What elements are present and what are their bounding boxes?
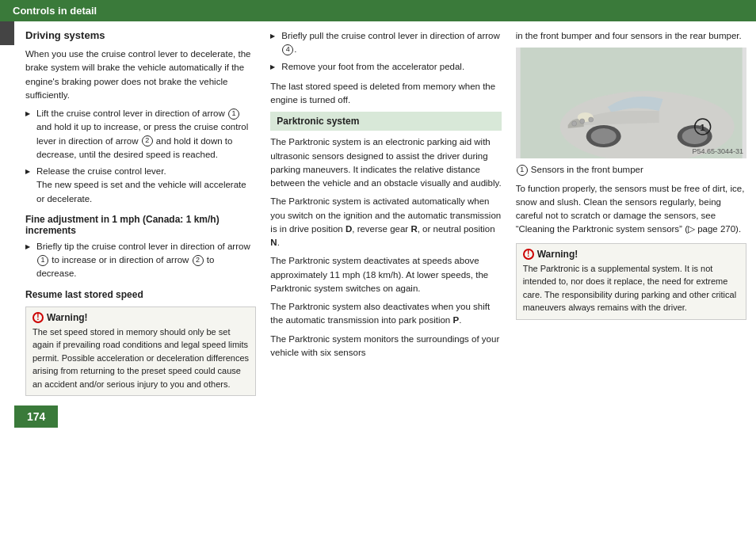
section-title: Driving systems xyxy=(25,29,256,43)
bullet-item-1: Lift the cruise control lever in directi… xyxy=(25,107,256,162)
svg-text:1: 1 xyxy=(700,123,704,132)
circle-3: 1 xyxy=(37,255,48,266)
page-number: 174 xyxy=(14,405,58,428)
intro-text: When you use the cruise control lever to… xyxy=(25,48,256,102)
parktronic-body3: The Parktronic system deactivates at spe… xyxy=(270,254,501,295)
svg-point-9 xyxy=(588,117,593,122)
warning-text-left: The set speed stored in memory should on… xyxy=(32,326,249,391)
parktronic-body4: The Parktronic system also deactivates w… xyxy=(270,300,501,328)
left-marker xyxy=(0,21,14,45)
middle-column: Briefly pull the cruise control lever in… xyxy=(270,29,501,399)
image-caption: P54.65-3044-31 xyxy=(692,147,743,155)
warning-box-left: ! Warning! The set speed stored in memor… xyxy=(25,306,256,397)
warning-box-right: ! Warning! The Parktronic is a supplemen… xyxy=(516,243,746,320)
cleaning-text: To function properly, the sensors must b… xyxy=(516,182,746,237)
svg-point-4 xyxy=(590,128,616,144)
parktronic-body2: The Parktronic system is activated autom… xyxy=(270,195,501,249)
middle-bullet-1: Briefly pull the cruise control lever in… xyxy=(270,29,501,57)
right-column: in the front bumper and four sensors in … xyxy=(516,29,746,399)
warning-title-right: ! Warning! xyxy=(523,249,739,260)
circle-1: 1 xyxy=(228,109,239,120)
circle-2: 2 xyxy=(142,135,153,147)
right-body-top: in the front bumper and four sensors in … xyxy=(516,29,746,43)
bullet-item-2: Release the cruise control lever.The new… xyxy=(25,165,256,206)
deleted-text: The last stored speed is deleted from me… xyxy=(270,80,501,108)
car-image: 1 P54.65-3044-31 xyxy=(516,48,746,158)
circle-4: 2 xyxy=(193,255,204,266)
warning-icon-left: ! xyxy=(32,312,44,323)
warning-icon-right: ! xyxy=(523,249,534,260)
warning-title-left: ! Warning! xyxy=(32,312,249,323)
parktronic-title: Parktronic system xyxy=(277,116,359,127)
fine-adjustment-title: Fine adjustment in 1 mph (Canada: 1 km/h… xyxy=(25,214,256,236)
sensor-circle: 1 xyxy=(517,165,528,176)
parktronic-body1: The Parktronic system is an electronic p… xyxy=(270,135,501,190)
sensor-label: 1 Sensors in the front bumper xyxy=(516,163,746,177)
parktronic-header: Parktronic system xyxy=(270,112,501,131)
resume-title: Resume last stored speed xyxy=(25,289,256,300)
main-bullets: Lift the cruise control lever in directi… xyxy=(25,107,256,206)
circle-5: 4 xyxy=(282,44,293,55)
footer-wrapper: 174 xyxy=(14,402,756,428)
fine-adjustment-bullets: Briefly tip the cruise control lever in … xyxy=(25,240,256,281)
warning-text-right: The Parktronic is a supplemental system.… xyxy=(523,262,739,314)
svg-point-8 xyxy=(579,119,584,124)
car-svg: 1 xyxy=(516,48,746,158)
header-title: Controls in detail xyxy=(13,5,97,17)
middle-bullet-2: Remove your foot from the accelerator pe… xyxy=(270,60,501,74)
parktronic-body5: The Parktronic system monitors the surro… xyxy=(270,333,501,360)
fine-bullet-1: Briefly tip the cruise control lever in … xyxy=(25,240,256,281)
left-column: Driving systems When you use the cruise … xyxy=(25,29,256,399)
header-bar: Controls in detail xyxy=(0,0,756,21)
svg-point-7 xyxy=(571,121,576,126)
middle-bullets: Briefly pull the cruise control lever in… xyxy=(270,29,501,74)
